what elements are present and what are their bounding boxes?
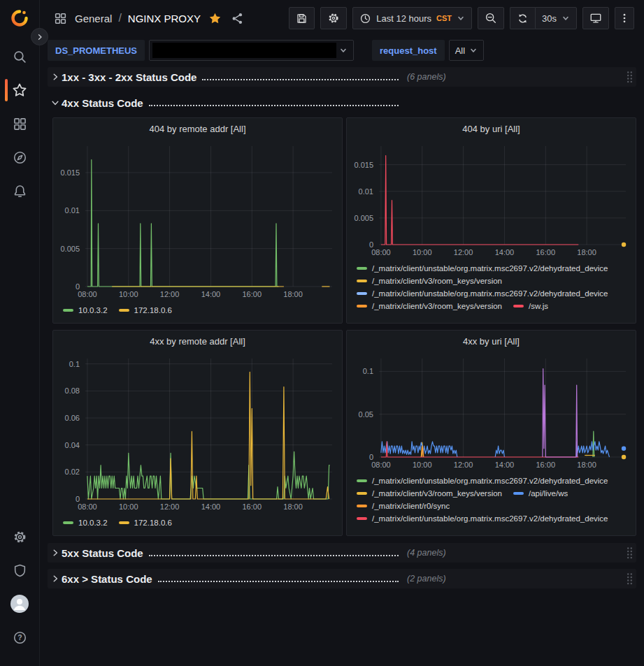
svg-text:16:00: 16:00	[243, 502, 262, 511]
legend-item[interactable]: /_matrix/client/unstable/org.matrix.msc2…	[357, 477, 608, 485]
svg-text:0.08: 0.08	[65, 386, 80, 395]
sidebar-item-server-admin[interactable]	[0, 558, 40, 582]
panel-title[interactable]: 404 by uri [All]	[347, 121, 636, 138]
dashboard-settings-button[interactable]	[320, 7, 347, 29]
svg-text:14:00: 14:00	[495, 248, 515, 256]
svg-text:0.1: 0.1	[363, 367, 373, 375]
row-header-6xx[interactable]: 6xx > Status Code (2 panels)	[48, 569, 636, 588]
refresh-button[interactable]	[510, 7, 535, 29]
legend-item[interactable]: 10.0.3.2	[63, 519, 108, 527]
svg-text:0.015: 0.015	[60, 168, 80, 177]
svg-text:0.01: 0.01	[65, 206, 80, 215]
svg-text:16:00: 16:00	[536, 461, 556, 469]
row-header-1xx-3xx-2xx[interactable]: 1xx - 3xx - 2xx Status Code (6 panels)	[48, 67, 636, 87]
legend-item[interactable]: /_matrix/client/unstable/org.matrix.msc2…	[357, 514, 608, 523]
sidebar-item-explore[interactable]	[0, 145, 40, 169]
legend-item[interactable]: 10.0.3.2	[63, 306, 108, 314]
svg-text:14:00: 14:00	[201, 290, 221, 298]
gear-icon	[13, 530, 27, 544]
sidebar-item-starred[interactable]	[0, 78, 40, 102]
legend-label: /_matrix/client/unstable/org.matrix.msc2…	[372, 264, 608, 273]
svg-text:0.005: 0.005	[354, 214, 373, 222]
time-series-chart[interactable]: 08:0010:0012:0014:0016:0018:0000.0050.01…	[351, 139, 633, 259]
chevron-down-icon	[469, 46, 478, 55]
active-nav-indicator	[5, 79, 8, 101]
svg-text:0: 0	[369, 453, 373, 461]
favorite-star-button[interactable]	[207, 10, 223, 27]
row-title-wrap: 5xx Status Code	[62, 547, 400, 559]
sidebar-nav	[0, 45, 40, 212]
svg-text:0.1: 0.1	[69, 360, 80, 368]
sidebar-bottom: ?	[0, 525, 40, 659]
row-title: 6xx > Status Code	[62, 573, 152, 585]
legend-item[interactable]: /_matrix/client/r0/sync	[357, 502, 450, 510]
refresh-group: 30s	[510, 7, 577, 29]
chevron-right-icon	[50, 574, 62, 584]
refresh-interval-dropdown[interactable]: 30s	[535, 7, 577, 29]
time-series-chart[interactable]: 08:0010:0012:0014:0016:0018:0000.0050.01…	[57, 139, 339, 301]
time-series-chart[interactable]: 08:0010:0012:0014:0016:0018:0000.020.040…	[57, 352, 339, 514]
datasource-select[interactable]	[149, 40, 354, 61]
row-drag-handle[interactable]	[626, 71, 634, 83]
sidebar-item-dashboards[interactable]	[0, 112, 40, 136]
legend-swatch	[119, 521, 129, 524]
sidebar-item-configuration[interactable]	[0, 525, 40, 549]
legend-item[interactable]: /_matrix/client/v3/room_keys/version	[357, 489, 502, 498]
panel-title[interactable]: 4xx by remote addr [All]	[53, 333, 342, 350]
redacted-value	[152, 43, 336, 58]
sidebar-item-profile[interactable]	[0, 592, 40, 616]
time-series-chart[interactable]: 08:0010:0012:0014:0016:0018:0000.050.1	[351, 352, 633, 472]
legend-swatch	[357, 517, 367, 520]
legend-item[interactable]: /_matrix/client/unstable/org.matrix.msc2…	[357, 289, 608, 298]
svg-text:10:00: 10:00	[119, 502, 138, 511]
svg-text:18:00: 18:00	[577, 248, 596, 256]
legend-item[interactable]: /_matrix/client/v3/room_keys/version	[357, 302, 502, 310]
grafana-logo[interactable]	[9, 8, 30, 29]
sidebar-expand-button[interactable]	[31, 28, 48, 45]
compass-icon	[13, 150, 27, 165]
search-icon	[13, 50, 27, 64]
legend-swatch	[63, 521, 73, 524]
legend-item[interactable]: 172.18.0.6	[119, 519, 172, 527]
sidebar-item-alerting[interactable]	[0, 179, 40, 203]
panel-count: (4 panels)	[407, 548, 446, 558]
breadcrumb-separator: /	[118, 12, 121, 24]
panel-title[interactable]: 404 by remote addr [All]	[53, 121, 342, 138]
chevron-down-icon	[339, 46, 348, 55]
legend-item[interactable]: /_matrix/client/v3/room_keys/version	[357, 277, 502, 285]
row-header-4xx[interactable]: 4xx Status Code	[48, 94, 636, 112]
row-drag-handle[interactable]	[626, 546, 634, 559]
legend-label: /_matrix/client/v3/room_keys/version	[372, 489, 502, 498]
cycle-view-mode-button[interactable]	[582, 7, 609, 29]
breadcrumb: General / NGINX PROXY	[52, 10, 245, 27]
legend-item[interactable]: /api/live/ws	[513, 489, 568, 498]
legend-item[interactable]: /_matrix/client/unstable/org.matrix.msc2…	[357, 264, 608, 273]
svg-text:08:00: 08:00	[371, 248, 391, 256]
chart-legend: /_matrix/client/unstable/org.matrix.msc2…	[347, 472, 636, 523]
svg-text:16:00: 16:00	[243, 290, 262, 298]
row-header-5xx[interactable]: 5xx Status Code (4 panels)	[48, 543, 636, 563]
legend-item[interactable]: 172.18.0.6	[119, 306, 172, 314]
monitor-icon	[589, 12, 602, 24]
legend-label: /_matrix/client/unstable/org.matrix.msc2…	[372, 477, 608, 485]
time-range-picker[interactable]: Last 12 hours CST	[352, 7, 472, 29]
dashboard-title: NGINX PROXY	[128, 13, 201, 24]
save-dashboard-button[interactable]	[289, 7, 315, 29]
sidebar-item-search[interactable]	[0, 45, 40, 68]
svg-text:0.005: 0.005	[60, 245, 80, 253]
svg-text:0.01: 0.01	[359, 187, 373, 196]
share-dashboard-button[interactable]	[229, 10, 245, 27]
bell-icon	[13, 184, 27, 198]
legend-item[interactable]: /sw.js	[513, 302, 548, 310]
row-drag-handle[interactable]	[626, 572, 634, 585]
legend-swatch	[63, 309, 73, 312]
breadcrumb-folder[interactable]: General	[75, 13, 112, 24]
request-host-select[interactable]: All	[449, 40, 484, 61]
dotted-leader	[149, 105, 399, 106]
sidebar-item-help[interactable]: ?	[0, 625, 40, 649]
zoom-out-button[interactable]	[478, 7, 504, 29]
more-options-button[interactable]	[615, 7, 634, 29]
panel-title[interactable]: 4xx by uri [All]	[347, 333, 636, 350]
request-host-value: All	[455, 45, 465, 56]
legend-swatch	[357, 267, 367, 270]
